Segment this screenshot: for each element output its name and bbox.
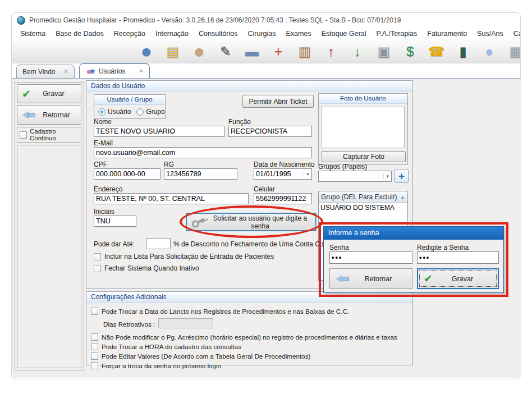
- desconto-input[interactable]: [146, 239, 171, 249]
- grupos-list-row[interactable]: USUÁRIO DO SISTEMA: [319, 203, 407, 213]
- iniciais-input[interactable]: [94, 216, 136, 227]
- add-group-button[interactable]: +: [395, 169, 409, 183]
- pharmacy-stock-icon[interactable]: ▥: [296, 43, 314, 61]
- endereco-input[interactable]: [94, 193, 249, 204]
- menu-item-exames[interactable]: Exames: [281, 29, 317, 39]
- check-icon: ✔: [424, 273, 433, 284]
- editar-valores-checkbox[interactable]: [91, 352, 98, 360]
- close-icon[interactable]: ✕: [64, 68, 68, 75]
- close-icon[interactable]: ✕: [139, 68, 144, 74]
- finance-chart-icon[interactable]: $: [401, 43, 419, 61]
- chat-icon[interactable]: ●: [480, 43, 498, 61]
- config-row-trocar-data[interactable]: Pode Trocar a Data do Lancto nos Registr…: [91, 308, 349, 315]
- dias-retroativos-input[interactable]: [158, 318, 213, 328]
- users-sync-icon[interactable]: ☻: [137, 43, 155, 61]
- back-arrow-icon: [336, 274, 350, 283]
- trocar-data-label: Pode Trocar a Data do Lancto nos Registr…: [102, 308, 349, 315]
- senha-input[interactable]: [329, 251, 412, 264]
- redigite-senha-input[interactable]: [417, 251, 499, 264]
- incluir-lista-row[interactable]: Incluir na Lista Para Solicitação de Ent…: [94, 253, 274, 260]
- toolbar: ☻▤☻✎▬+▥↑↓▣$☎▮●▦: [12, 40, 520, 63]
- pg-acrescimo-checkbox[interactable]: [91, 333, 98, 341]
- config-row-pg-acrescimo[interactable]: Não Pode modificar o Pg. Acréscimo (horá…: [91, 333, 397, 341]
- grupos-list-header-label: Grupo (DEL Para Excluir): [321, 193, 397, 201]
- grupos-combo[interactable]: ▾: [318, 171, 392, 182]
- contract-pen-icon[interactable]: ✎: [217, 43, 235, 61]
- data-nascimento-combo[interactable]: 01/01/1995 ▾: [254, 168, 312, 180]
- incluir-lista-label: Incluir na Lista Para Solicitação de Ent…: [104, 253, 274, 260]
- cadastro-continuo-row[interactable]: Cadastro Contínuo: [17, 127, 81, 143]
- trocar-hora-checkbox[interactable]: [91, 343, 98, 350]
- cpf-input[interactable]: [94, 168, 160, 180]
- dialog-title: Informe a senha: [324, 227, 503, 240]
- group-caption: Dados do Usuário: [86, 81, 412, 91]
- forcar-troca-senha-checkbox[interactable]: [91, 362, 98, 369]
- fechar-inativo-row[interactable]: Fechar Sistema Quando Inativo: [94, 264, 199, 272]
- rg-label: RG: [164, 161, 174, 168]
- money-down-icon[interactable]: ↓: [348, 43, 366, 61]
- dialog-gravar-button[interactable]: ✔ Gravar: [417, 268, 499, 289]
- dialog-retornar-button[interactable]: Retornar: [329, 268, 412, 289]
- safe-icon[interactable]: ▣: [375, 43, 393, 61]
- grupos-list-header[interactable]: Grupo (DEL Para Excluir) ▲: [319, 191, 407, 203]
- menu-item-p-a-terapias[interactable]: P.A./Terapias: [372, 29, 423, 39]
- content-area: ✔ Gravar Retornar Cadastro Contínuo Dado…: [12, 78, 521, 378]
- informe-senha-dialog: Informe a senha Senha Redigite a Senha R…: [323, 226, 504, 293]
- nascimento-label: Data de Nascimento: [254, 161, 315, 168]
- report-icon[interactable]: ▦: [507, 43, 520, 61]
- email-input[interactable]: [94, 147, 312, 158]
- menu-item-consultorios[interactable]: Consultórios: [194, 29, 242, 39]
- redigite-senha-label: Redigite a Senha: [417, 244, 469, 251]
- tab-bem-vindo[interactable]: Bem Vindo ✕: [16, 65, 75, 78]
- phonebook-icon[interactable]: ☎: [428, 43, 446, 61]
- cadastro-continuo-checkbox[interactable]: [20, 131, 27, 139]
- patients-folder-icon[interactable]: ▤: [164, 43, 182, 61]
- funcao-input[interactable]: [228, 126, 312, 137]
- tab-bem-vindo-label: Bem Vindo: [22, 68, 55, 76]
- permitir-abrir-ticket-button[interactable]: Permitir Abrir Ticket: [242, 95, 314, 108]
- manual-book-icon[interactable]: ▮: [454, 43, 472, 61]
- tab-usuarios[interactable]: ☻☻ Usuários ✕: [79, 63, 150, 78]
- incluir-lista-checkbox[interactable]: [94, 253, 101, 260]
- fechar-inativo-checkbox[interactable]: [94, 265, 101, 272]
- menu-item-faturamento[interactable]: Faturamento: [422, 29, 472, 39]
- menu-item-sistema[interactable]: Sistema: [15, 29, 51, 39]
- rg-input[interactable]: [164, 168, 237, 180]
- money-up-icon[interactable]: ↑: [322, 43, 340, 61]
- email-label: E-Mail: [94, 139, 113, 147]
- nascimento-value: 01/01/1995: [256, 170, 291, 178]
- hospital-bed-icon[interactable]: ▬: [243, 43, 261, 61]
- chevron-down-icon: ▾: [383, 173, 391, 179]
- gravar-button[interactable]: ✔ Gravar: [17, 84, 81, 103]
- usuario-grupo-box: Usuário / Grupo Usuário Grupo: [94, 94, 166, 119]
- users-icon: ☻☻: [85, 67, 95, 75]
- radio-usuario[interactable]: [98, 108, 106, 116]
- menu-item-internacao[interactable]: Internação: [150, 29, 194, 39]
- nome-input[interactable]: [94, 126, 224, 137]
- radio-grupo[interactable]: [136, 108, 144, 116]
- trocar-data-checkbox[interactable]: [91, 308, 98, 315]
- menu-item-base-de-dados[interactable]: Base de Dados: [51, 29, 108, 39]
- chevron-down-icon: ▾: [304, 171, 311, 177]
- menu-item-estoque-geral[interactable]: Estoque Geral: [317, 29, 372, 39]
- configuracoes-adicionais-group: Configurações Adicionais Pode Trocar a D…: [86, 291, 413, 365]
- config-row-forcar-troca-senha[interactable]: Forçar a troca da senha no próximo login: [91, 362, 221, 369]
- tipo-radio-row: Usuário Grupo: [94, 105, 165, 116]
- config-row-trocar-hora[interactable]: Pode Trocar a HORA do cadastro das consu…: [91, 343, 241, 350]
- menu-item-cirurgias[interactable]: Cirurgias: [243, 29, 281, 39]
- radio-grupo-label: Grupo: [146, 108, 164, 116]
- menu-item-recepcao[interactable]: Recepção: [109, 29, 150, 39]
- gravar-label: Gravar: [31, 90, 76, 98]
- celular-input[interactable]: [254, 193, 312, 204]
- ambulance-icon[interactable]: +: [269, 43, 287, 61]
- menu-item-sus-ans[interactable]: Sus/Ans: [472, 29, 508, 39]
- sort-asc-icon: ▲: [400, 194, 405, 200]
- title-bar: Promedico Gestão Hospitalar - Promedico …: [12, 13, 520, 28]
- menu-item-caixa[interactable]: Caixa: [508, 29, 520, 39]
- config-row-editar-valores[interactable]: Pode Editar Valores (De Acordo com a Tab…: [91, 352, 310, 360]
- capturar-foto-button[interactable]: Capturar Foto: [322, 151, 406, 162]
- retornar-label: Retornar: [36, 111, 76, 119]
- doctor-icon[interactable]: ☻: [190, 43, 208, 61]
- solicitar-senha-button[interactable]: Solicitar ao usuário que digite a senha: [186, 213, 316, 231]
- retornar-button[interactable]: Retornar: [17, 106, 81, 125]
